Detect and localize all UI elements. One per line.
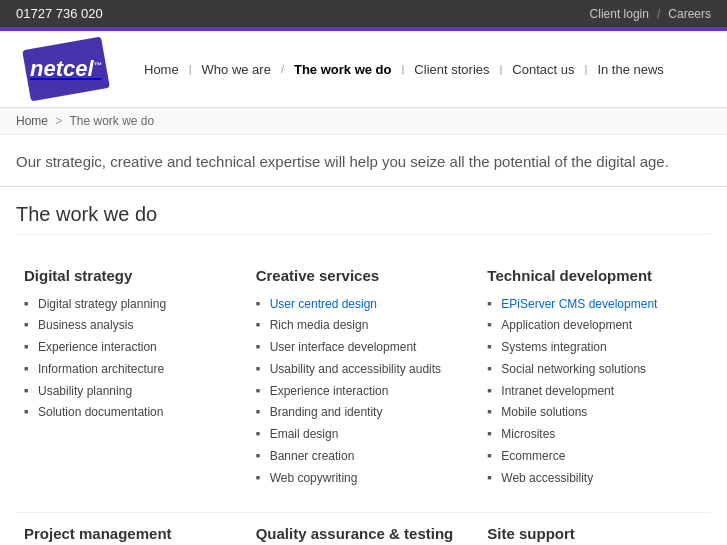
top-bar-links: Client login / Careers bbox=[590, 7, 711, 21]
service-item-0-0: Digital strategy planning bbox=[24, 296, 232, 313]
service-title-5: Site support bbox=[487, 525, 695, 542]
service-list-0: Digital strategy planningBusiness analys… bbox=[24, 296, 232, 422]
service-title-3: Project management bbox=[24, 525, 232, 542]
service-section-1: Creative servicesUser centred designRich… bbox=[248, 255, 480, 513]
service-item-1-4: Experience interaction bbox=[256, 383, 464, 400]
top-bar: 01727 736 020 Client login / Careers bbox=[0, 0, 727, 27]
service-title-4: Quality assurance & testing bbox=[256, 525, 464, 542]
nav-divider-3: | bbox=[402, 63, 405, 75]
main-content: The work we do Digital strategyDigital s… bbox=[0, 187, 727, 546]
service-item-2-7: Ecommerce bbox=[487, 448, 695, 465]
header: netcel™ Home | Who we are / The work we … bbox=[0, 31, 727, 108]
service-section-2: Technical developmentEPiServer CMS devel… bbox=[479, 255, 711, 513]
page-title: The work we do bbox=[16, 203, 711, 235]
nav-the-work-we-do[interactable]: The work we do bbox=[286, 58, 400, 81]
service-link-1-0[interactable]: User centred design bbox=[270, 297, 377, 311]
logo-box: netcel™ bbox=[22, 36, 110, 101]
service-section-3: Project managementAgile and Waterfall pr… bbox=[16, 513, 248, 545]
service-list-1: User centred designRich media designUser… bbox=[256, 296, 464, 487]
nav-client-stories[interactable]: Client stories bbox=[406, 58, 497, 81]
service-item-1-2: User interface development bbox=[256, 339, 464, 356]
service-title-1: Creative services bbox=[256, 267, 464, 284]
service-item-2-5: Mobile solutions bbox=[487, 404, 695, 421]
logo-container: netcel™ bbox=[16, 39, 116, 99]
service-section-5: Site supportFull site supportEPiServer C… bbox=[479, 513, 711, 545]
service-item-1-1: Rich media design bbox=[256, 317, 464, 334]
service-item-0-5: Solution documentation bbox=[24, 404, 232, 421]
nav-contact-us[interactable]: Contact us bbox=[504, 58, 582, 81]
service-item-0-1: Business analysis bbox=[24, 317, 232, 334]
nav-who-we-are[interactable]: Who we are bbox=[194, 58, 279, 81]
service-item-0-3: Information architecture bbox=[24, 361, 232, 378]
tagline-text: Our strategic, creative and technical ex… bbox=[16, 153, 669, 170]
service-item-1-8: Web copywriting bbox=[256, 470, 464, 487]
service-item-2-6: Microsites bbox=[487, 426, 695, 443]
service-item-2-3: Social networking solutions bbox=[487, 361, 695, 378]
breadcrumb: Home > The work we do bbox=[0, 108, 727, 135]
service-title-2: Technical development bbox=[487, 267, 695, 284]
nav-divider-2: / bbox=[281, 63, 284, 75]
main-nav: Home | Who we are / The work we do | Cli… bbox=[136, 58, 711, 81]
breadcrumb-home[interactable]: Home bbox=[16, 114, 48, 128]
service-item-1-6: Email design bbox=[256, 426, 464, 443]
service-item-2-4: Intranet development bbox=[487, 383, 695, 400]
nav-divider-1: | bbox=[189, 63, 192, 75]
service-section-0: Digital strategyDigital strategy plannin… bbox=[16, 255, 248, 513]
nav-in-the-news[interactable]: In the news bbox=[589, 58, 672, 81]
tagline: Our strategic, creative and technical ex… bbox=[0, 135, 727, 187]
breadcrumb-sep: > bbox=[55, 114, 62, 128]
service-item-1-0: User centred design bbox=[256, 296, 464, 313]
service-item-2-8: Web accessibility bbox=[487, 470, 695, 487]
service-item-0-4: Usability planning bbox=[24, 383, 232, 400]
nav-divider-4: | bbox=[500, 63, 503, 75]
nav-divider-5: | bbox=[585, 63, 588, 75]
service-item-2-2: Systems integration bbox=[487, 339, 695, 356]
service-item-1-5: Branding and identity bbox=[256, 404, 464, 421]
service-item-2-1: Application development bbox=[487, 317, 695, 334]
breadcrumb-current: The work we do bbox=[70, 114, 155, 128]
service-section-4: Quality assurance & testingQuality assur… bbox=[248, 513, 480, 545]
service-item-2-0: EPiServer CMS development bbox=[487, 296, 695, 313]
service-item-1-3: Usability and accessibility audits bbox=[256, 361, 464, 378]
top-bar-divider: / bbox=[657, 7, 660, 21]
logo-link[interactable]: netcel™ bbox=[26, 43, 106, 95]
nav-home[interactable]: Home bbox=[136, 58, 187, 81]
service-item-1-7: Banner creation bbox=[256, 448, 464, 465]
service-item-0-2: Experience interaction bbox=[24, 339, 232, 356]
service-title-0: Digital strategy bbox=[24, 267, 232, 284]
service-list-2: EPiServer CMS developmentApplication dev… bbox=[487, 296, 695, 487]
service-link-2-0[interactable]: EPiServer CMS development bbox=[501, 297, 657, 311]
logo-text: netcel™ bbox=[30, 56, 102, 82]
careers-link[interactable]: Careers bbox=[668, 7, 711, 21]
client-login-link[interactable]: Client login bbox=[590, 7, 649, 21]
service-grid: Digital strategyDigital strategy plannin… bbox=[16, 255, 711, 546]
phone-number: 01727 736 020 bbox=[16, 6, 103, 21]
